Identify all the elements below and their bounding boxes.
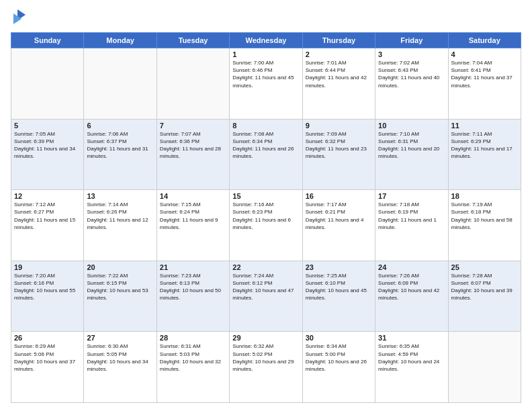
day-info: Sunrise: 7:11 AM Sunset: 6:29 PM Dayligh… (451, 130, 518, 161)
calendar-cell: 10Sunrise: 7:10 AM Sunset: 6:31 PM Dayli… (375, 119, 448, 190)
day-number: 11 (451, 122, 518, 130)
day-number: 19 (14, 263, 81, 271)
weekday-header-thursday: Thursday (302, 33, 375, 48)
day-info: Sunrise: 7:00 AM Sunset: 6:46 PM Dayligh… (232, 59, 299, 89)
day-number: 31 (378, 334, 445, 342)
day-info: Sunrise: 7:14 AM Sunset: 6:26 PM Dayligh… (87, 201, 153, 231)
day-info: Sunrise: 7:09 AM Sunset: 6:32 PM Dayligh… (306, 130, 372, 161)
day-info: Sunrise: 7:22 AM Sunset: 6:15 PM Dayligh… (87, 272, 153, 302)
day-info: Sunrise: 7:15 AM Sunset: 6:24 PM Dayligh… (160, 201, 226, 231)
calendar-cell (11, 48, 84, 120)
calendar-cell: 20Sunrise: 7:22 AM Sunset: 6:15 PM Dayli… (84, 261, 157, 332)
logo-icon (12, 8, 27, 27)
logo (11, 8, 27, 27)
calendar-cell: 4Sunrise: 7:04 AM Sunset: 6:41 PM Daylig… (448, 48, 521, 120)
day-info: Sunrise: 7:16 AM Sunset: 6:23 PM Dayligh… (232, 201, 299, 231)
day-info: Sunrise: 7:02 AM Sunset: 6:43 PM Dayligh… (378, 59, 445, 89)
day-number: 5 (14, 122, 81, 130)
day-info: Sunrise: 6:30 AM Sunset: 5:05 PM Dayligh… (87, 342, 153, 373)
day-number: 6 (87, 122, 153, 130)
day-number: 28 (160, 334, 226, 342)
day-number: 27 (87, 334, 153, 342)
day-info: Sunrise: 7:04 AM Sunset: 6:41 PM Dayligh… (451, 59, 518, 89)
calendar-cell: 12Sunrise: 7:12 AM Sunset: 6:27 PM Dayli… (11, 190, 84, 261)
week-row-3: 12Sunrise: 7:12 AM Sunset: 6:27 PM Dayli… (11, 190, 521, 261)
weekday-header-sunday: Sunday (11, 33, 84, 48)
day-info: Sunrise: 7:10 AM Sunset: 6:31 PM Dayligh… (378, 130, 445, 161)
day-info: Sunrise: 7:25 AM Sunset: 6:10 PM Dayligh… (306, 272, 372, 302)
calendar-cell: 13Sunrise: 7:14 AM Sunset: 6:26 PM Dayli… (84, 190, 157, 261)
calendar-cell: 18Sunrise: 7:19 AM Sunset: 6:18 PM Dayli… (448, 190, 521, 261)
day-number: 24 (378, 263, 445, 271)
day-number: 13 (87, 192, 153, 200)
weekday-header-wednesday: Wednesday (230, 33, 302, 48)
weekday-header-row: SundayMondayTuesdayWednesdayThursdayFrid… (11, 33, 521, 48)
day-info: Sunrise: 7:18 AM Sunset: 6:19 PM Dayligh… (378, 201, 445, 231)
calendar-cell: 19Sunrise: 7:20 AM Sunset: 6:16 PM Dayli… (11, 261, 84, 332)
day-info: Sunrise: 6:35 AM Sunset: 4:59 PM Dayligh… (378, 342, 445, 373)
day-info: Sunrise: 7:06 AM Sunset: 6:37 PM Dayligh… (87, 130, 153, 161)
day-info: Sunrise: 7:08 AM Sunset: 6:34 PM Dayligh… (232, 130, 299, 161)
weekday-header-saturday: Saturday (448, 33, 521, 48)
page: SundayMondayTuesdayWednesdayThursdayFrid… (0, 0, 532, 411)
day-number: 23 (306, 263, 372, 271)
week-row-1: 1Sunrise: 7:00 AM Sunset: 6:46 PM Daylig… (11, 48, 521, 120)
day-number: 20 (87, 263, 153, 271)
calendar-cell: 1Sunrise: 7:00 AM Sunset: 6:46 PM Daylig… (230, 48, 302, 120)
day-info: Sunrise: 7:26 AM Sunset: 6:09 PM Dayligh… (378, 272, 445, 302)
day-number: 3 (378, 50, 445, 58)
week-row-5: 26Sunrise: 6:29 AM Sunset: 5:06 PM Dayli… (11, 332, 521, 403)
day-number: 8 (232, 122, 299, 130)
calendar-cell: 23Sunrise: 7:25 AM Sunset: 6:10 PM Dayli… (302, 261, 375, 332)
day-info: Sunrise: 7:28 AM Sunset: 6:07 PM Dayligh… (451, 272, 518, 302)
calendar-cell: 21Sunrise: 7:23 AM Sunset: 6:13 PM Dayli… (157, 261, 229, 332)
day-info: Sunrise: 7:24 AM Sunset: 6:12 PM Dayligh… (232, 272, 299, 302)
day-number: 14 (160, 192, 226, 200)
day-number: 21 (160, 263, 226, 271)
day-info: Sunrise: 7:19 AM Sunset: 6:18 PM Dayligh… (451, 201, 518, 231)
day-number: 1 (232, 50, 299, 58)
calendar-cell: 16Sunrise: 7:17 AM Sunset: 6:21 PM Dayli… (302, 190, 375, 261)
day-info: Sunrise: 7:12 AM Sunset: 6:27 PM Dayligh… (14, 201, 81, 231)
calendar-cell: 5Sunrise: 7:05 AM Sunset: 6:39 PM Daylig… (11, 119, 84, 190)
day-number: 22 (232, 263, 299, 271)
calendar-cell: 27Sunrise: 6:30 AM Sunset: 5:05 PM Dayli… (84, 332, 157, 403)
calendar-cell: 2Sunrise: 7:01 AM Sunset: 6:44 PM Daylig… (302, 48, 375, 120)
day-number: 9 (306, 122, 372, 130)
day-info: Sunrise: 7:20 AM Sunset: 6:16 PM Dayligh… (14, 272, 81, 302)
day-number: 16 (306, 192, 372, 200)
weekday-header-monday: Monday (84, 33, 157, 48)
calendar-cell (157, 48, 229, 120)
day-number: 29 (232, 334, 299, 342)
calendar-cell: 15Sunrise: 7:16 AM Sunset: 6:23 PM Dayli… (230, 190, 302, 261)
calendar-cell: 30Sunrise: 6:34 AM Sunset: 5:00 PM Dayli… (302, 332, 375, 403)
calendar-cell: 14Sunrise: 7:15 AM Sunset: 6:24 PM Dayli… (157, 190, 229, 261)
day-number: 7 (160, 122, 226, 130)
calendar-cell: 25Sunrise: 7:28 AM Sunset: 6:07 PM Dayli… (448, 261, 521, 332)
calendar-cell: 6Sunrise: 7:06 AM Sunset: 6:37 PM Daylig… (84, 119, 157, 190)
calendar-cell: 22Sunrise: 7:24 AM Sunset: 6:12 PM Dayli… (230, 261, 302, 332)
day-info: Sunrise: 7:17 AM Sunset: 6:21 PM Dayligh… (306, 201, 372, 231)
day-number: 10 (378, 122, 445, 130)
weekday-header-tuesday: Tuesday (157, 33, 229, 48)
calendar-cell: 8Sunrise: 7:08 AM Sunset: 6:34 PM Daylig… (230, 119, 302, 190)
calendar-cell: 11Sunrise: 7:11 AM Sunset: 6:29 PM Dayli… (448, 119, 521, 190)
day-number: 26 (14, 334, 81, 342)
day-number: 17 (378, 192, 445, 200)
day-number: 12 (14, 192, 81, 200)
day-info: Sunrise: 6:32 AM Sunset: 5:02 PM Dayligh… (232, 342, 299, 373)
day-number: 15 (232, 192, 299, 200)
day-number: 30 (306, 334, 372, 342)
day-info: Sunrise: 6:29 AM Sunset: 5:06 PM Dayligh… (14, 342, 81, 373)
day-number: 4 (451, 50, 518, 58)
calendar-cell: 9Sunrise: 7:09 AM Sunset: 6:32 PM Daylig… (302, 119, 375, 190)
calendar-cell: 28Sunrise: 6:31 AM Sunset: 5:03 PM Dayli… (157, 332, 229, 403)
calendar-cell: 17Sunrise: 7:18 AM Sunset: 6:19 PM Dayli… (375, 190, 448, 261)
week-row-4: 19Sunrise: 7:20 AM Sunset: 6:16 PM Dayli… (11, 261, 521, 332)
calendar-cell: 29Sunrise: 6:32 AM Sunset: 5:02 PM Dayli… (230, 332, 302, 403)
day-number: 2 (306, 50, 372, 58)
day-info: Sunrise: 6:34 AM Sunset: 5:00 PM Dayligh… (306, 342, 372, 373)
calendar: SundayMondayTuesdayWednesdayThursdayFrid… (11, 32, 521, 403)
day-number: 25 (451, 263, 518, 271)
calendar-cell (448, 332, 521, 403)
